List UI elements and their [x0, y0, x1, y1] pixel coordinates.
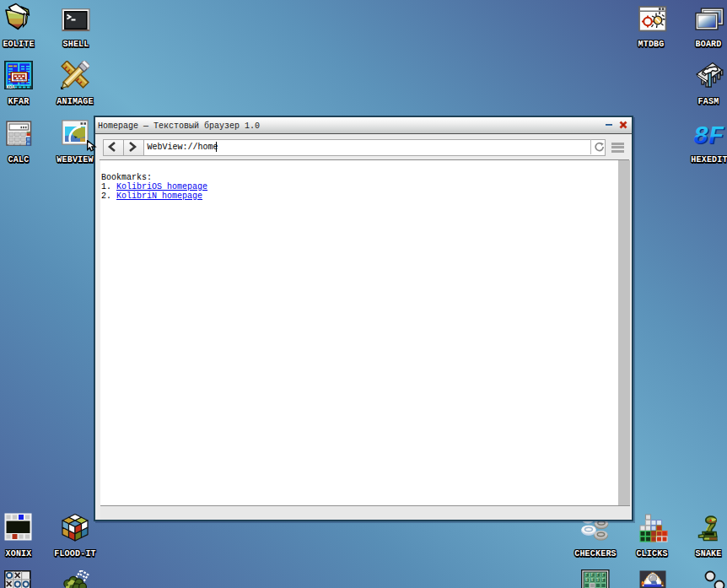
svg-text:Γ: Γ [602, 573, 605, 577]
svg-text:5: 5 [596, 578, 599, 582]
svg-text:6: 6 [585, 578, 588, 582]
svg-text:KOA: KOA [7, 84, 16, 90]
svg-text:F: F [591, 573, 594, 577]
svg-text:6: 6 [591, 578, 594, 582]
svg-text:Γ: Γ [596, 573, 599, 577]
svg-text:8F: 8F [693, 122, 724, 148]
svg-text:Γ: Γ [585, 573, 588, 577]
svg-text:Γ: Γ [602, 578, 605, 582]
